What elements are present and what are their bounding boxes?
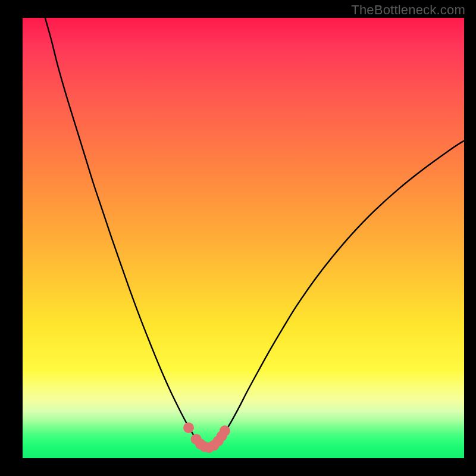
watermark-text: TheBottleneck.com <box>351 2 465 18</box>
chart-frame: TheBottleneck.com <box>0 0 476 476</box>
curve-marker <box>220 425 230 436</box>
curve-markers <box>183 422 230 453</box>
curve-marker <box>183 422 194 433</box>
plot-area <box>23 18 464 458</box>
bottleneck-curve <box>45 18 464 447</box>
curve-layer <box>23 18 464 458</box>
